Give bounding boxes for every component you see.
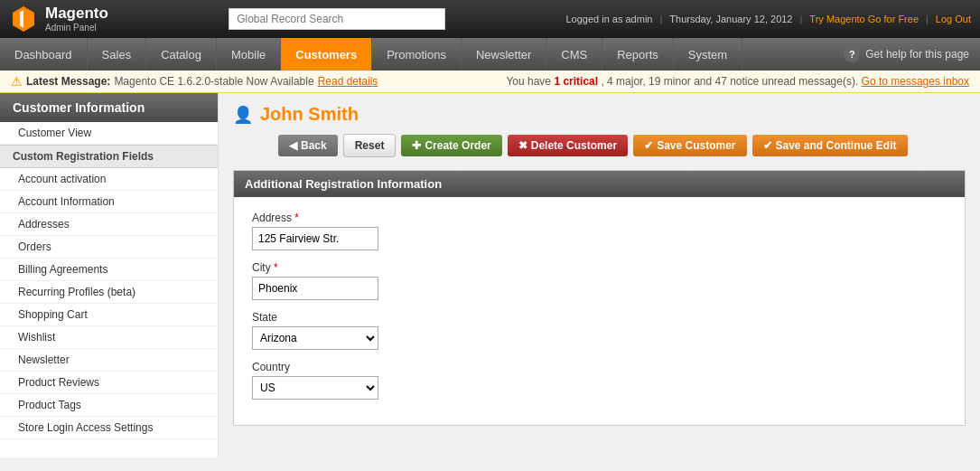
read-details-link[interactable]: Read details <box>318 75 378 88</box>
action-buttons: ◀ Back Reset ✚ Create Order ✖ Delete Cus… <box>233 134 966 157</box>
customer-icon: 👤 <box>233 105 253 125</box>
nav-mobile[interactable]: Mobile <box>217 38 281 71</box>
sidebar-item-recurring-profiles[interactable]: Recurring Profiles (beta) <box>0 281 218 304</box>
critical-count: 1 critical <box>554 75 598 88</box>
divider1: | <box>659 14 662 24</box>
sidebar-item-addresses[interactable]: Addresses <box>0 213 218 236</box>
nav-sales[interactable]: Sales <box>88 38 147 71</box>
logo-subtitle: Admin Panel <box>45 23 108 33</box>
sidebar-title: Customer Information <box>0 93 218 122</box>
nav-newsletter[interactable]: Newsletter <box>462 38 546 71</box>
nav-catalog[interactable]: Catalog <box>146 38 217 71</box>
inbox-link[interactable]: Go to messages inbox <box>862 75 969 88</box>
delete-customer-button[interactable]: ✖ Delete Customer <box>508 135 628 156</box>
page-header: 👤 John Smith <box>233 104 966 125</box>
message-label: Latest Message: <box>26 75 110 88</box>
sidebar-item-store-login[interactable]: Store Login Access Settings <box>0 417 218 439</box>
navbar: Dashboard Sales Catalog Mobile Customers… <box>0 38 980 71</box>
svg-marker-1 <box>20 10 23 28</box>
city-label: City * <box>252 261 947 274</box>
message-text: Magento CE 1.6.2.0-stable Now Available <box>114 75 313 88</box>
create-order-button[interactable]: ✚ Create Order <box>401 135 501 156</box>
header: Magento Admin Panel Logged in as admin |… <box>0 0 980 38</box>
logo-area: Magento Admin Panel <box>9 5 108 33</box>
magento-logo-icon <box>9 5 38 33</box>
form-section: Additional Registration Information Addr… <box>233 170 966 426</box>
save-continue-button[interactable]: ✔ Save and Continue Edit <box>752 135 908 156</box>
address-input[interactable] <box>252 227 378 250</box>
message-bar-right: You have 1 critical , 4 major, 19 minor … <box>506 75 969 88</box>
logo-title: Magento <box>45 5 108 23</box>
divider3: | <box>926 14 929 24</box>
address-group: Address * <box>252 212 947 250</box>
address-label: Address * <box>252 212 947 224</box>
message-bar: ⚠ Latest Message: Magento CE 1.6.2.0-sta… <box>0 71 980 93</box>
state-group: State Arizona California Texas New York … <box>252 311 947 350</box>
create-order-icon: ✚ <box>412 139 421 152</box>
rest-message-text: , 4 major, 19 minor and 47 notice unread… <box>601 75 858 88</box>
sidebar-item-billing-agreements[interactable]: Billing Agreements <box>0 259 218 281</box>
back-button[interactable]: ◀ Back <box>278 135 338 156</box>
logged-in-text: Logged in as admin <box>565 14 652 24</box>
sidebar-item-newsletter[interactable]: Newsletter <box>0 349 218 372</box>
nav-promotions[interactable]: Promotions <box>372 38 462 71</box>
try-magento-link[interactable]: Try Magento Go for Free <box>809 14 919 24</box>
save-customer-button[interactable]: ✔ Save Customer <box>633 135 746 156</box>
reset-label: Reset <box>355 139 385 152</box>
nav-dashboard[interactable]: Dashboard <box>0 38 88 71</box>
back-icon: ◀ <box>289 139 297 152</box>
header-search-area <box>117 8 557 30</box>
delete-customer-label: Delete Customer <box>531 139 617 152</box>
sidebar-item-account-information[interactable]: Account Information <box>0 191 218 213</box>
sidebar-item-orders[interactable]: Orders <box>0 236 218 259</box>
date-text: Thursday, January 12, 2012 <box>669 14 792 24</box>
nav-customers[interactable]: Customers <box>281 38 372 71</box>
save-continue-label: Save and Continue Edit <box>776 139 897 152</box>
sidebar-section-custom-reg: Custom Registration Fields <box>0 145 218 168</box>
save-customer-label: Save Customer <box>657 139 735 152</box>
form-body: Address * City * State Arizona Californi… <box>234 197 965 425</box>
save-icon: ✔ <box>644 139 653 152</box>
state-select[interactable]: Arizona California Texas New York Florid… <box>252 326 378 350</box>
sidebar-item-customer-view[interactable]: Customer View <box>0 122 218 145</box>
page-title: John Smith <box>260 104 359 125</box>
logo-text-area: Magento Admin Panel <box>45 5 108 33</box>
nav-system[interactable]: System <box>674 38 742 71</box>
address-required: * <box>294 212 299 224</box>
logout-link[interactable]: Log Out <box>936 14 971 24</box>
form-section-header: Additional Registration Information <box>234 171 965 197</box>
header-right: Logged in as admin | Thursday, January 1… <box>565 14 971 24</box>
nav-help-area: ? Get help for this page <box>844 38 980 71</box>
sidebar-item-product-tags[interactable]: Product Tags <box>0 394 218 417</box>
city-group: City * <box>252 261 947 300</box>
city-required: * <box>274 261 278 274</box>
reset-button[interactable]: Reset <box>343 134 397 157</box>
search-input[interactable] <box>229 8 445 30</box>
nav-cms[interactable]: CMS <box>546 38 602 71</box>
warning-icon: ⚠ <box>11 74 23 89</box>
country-select[interactable]: US CA GB DE FR <box>252 376 378 400</box>
create-order-label: Create Order <box>425 139 490 152</box>
content-wrapper: Customer Information Customer View Custo… <box>0 93 980 457</box>
sidebar-item-shopping-cart[interactable]: Shopping Cart <box>0 304 218 326</box>
sidebar-item-account-activation[interactable]: Account activation <box>0 168 218 191</box>
help-circle-icon: ? <box>844 46 860 62</box>
delete-icon: ✖ <box>518 139 527 152</box>
city-input[interactable] <box>252 277 378 300</box>
right-text: You have <box>506 75 551 88</box>
country-group: Country US CA GB DE FR <box>252 361 947 400</box>
sidebar-item-wishlist[interactable]: Wishlist <box>0 326 218 349</box>
save-continue-icon: ✔ <box>763 139 772 152</box>
nav-reports[interactable]: Reports <box>602 38 674 71</box>
divider2: | <box>800 14 803 24</box>
sidebar-item-product-reviews[interactable]: Product Reviews <box>0 372 218 394</box>
country-label: Country <box>252 361 947 373</box>
back-label: Back <box>301 139 327 152</box>
main-content: 👤 John Smith ◀ Back Reset ✚ Create Order… <box>219 93 980 457</box>
message-bar-left: ⚠ Latest Message: Magento CE 1.6.2.0-sta… <box>11 74 378 89</box>
state-label: State <box>252 311 947 324</box>
help-link[interactable]: Get help for this page <box>865 48 969 61</box>
sidebar: Customer Information Customer View Custo… <box>0 93 219 457</box>
